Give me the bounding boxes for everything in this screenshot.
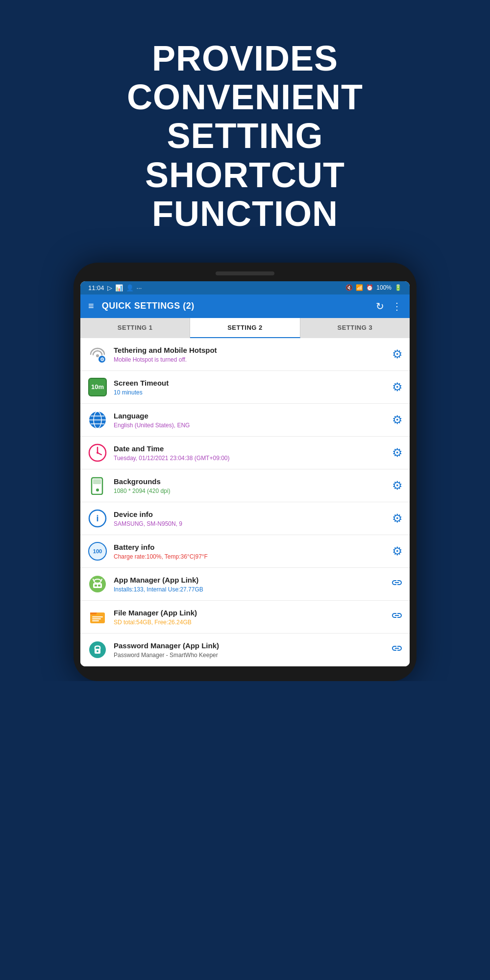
datetime-icon — [87, 442, 108, 463]
status-bar: 11:04 ▷ 📊 👤 ··· 🔇 📶 ⏰ 100% 🔋 — [80, 281, 410, 294]
app-manager-subtitle: Installs:133, Internal Use:27.77GB — [114, 586, 385, 593]
status-dots: ··· — [137, 284, 142, 292]
tab-setting3[interactable]: SETTING 3 — [300, 318, 410, 338]
hero-section: PROVIDES CONVENIENT SETTING SHORTCUT FUN… — [0, 0, 490, 263]
svg-point-30 — [97, 650, 98, 652]
status-bar-left: 11:04 ▷ 📊 👤 ··· — [88, 284, 142, 292]
app-manager-icon — [87, 574, 108, 594]
status-icon-mute: 🔇 — [345, 284, 353, 291]
tab-setting2[interactable]: SETTING 2 — [190, 318, 300, 338]
phone-screen: 11:04 ▷ 📊 👤 ··· 🔇 📶 ⏰ 100% 🔋 ≡ QUICK SET… — [80, 281, 410, 666]
svg-text:⚙: ⚙ — [100, 357, 104, 362]
svg-rect-25 — [92, 616, 103, 617]
password-manager-title: Password Manager (App Link) — [114, 641, 385, 651]
tethering-icon: ⚙ — [87, 344, 108, 365]
screen-timeout-title: Screen Timeout — [114, 378, 386, 388]
language-icon — [87, 410, 108, 430]
backgrounds-content: Backgrounds 1080 * 2094 (420 dpi) — [114, 477, 386, 494]
password-manager-icon — [87, 639, 108, 660]
file-manager-link[interactable] — [391, 610, 403, 624]
datetime-subtitle: Tuesday, 01/12/2021 23:04:38 (GMT+09:00) — [114, 455, 386, 462]
refresh-button[interactable]: ↻ — [376, 300, 384, 312]
tethering-title: Tethering and Mobile Hotspot — [114, 345, 386, 355]
file-manager-subtitle: SD total:54GB, Free:26.24GB — [114, 619, 385, 626]
setting-item-language[interactable]: Language English (United States), ENG ⚙ — [80, 404, 410, 437]
svg-rect-21 — [93, 583, 102, 588]
screen-timeout-gear[interactable]: ⚙ — [392, 380, 403, 394]
svg-point-0 — [96, 354, 99, 357]
screen-timeout-subtitle: 10 minutes — [114, 389, 386, 396]
device-info-icon: i — [87, 508, 108, 529]
more-button[interactable]: ⋮ — [392, 300, 402, 312]
settings-list: ⚙ Tethering and Mobile Hotspot Mobile Ho… — [80, 338, 410, 666]
bottom-bg — [0, 681, 490, 779]
status-icon-battery: 🔋 — [394, 284, 402, 291]
tethering-subtitle: Mobile Hotspot is turned off. — [114, 356, 386, 363]
hero-text: PROVIDES CONVENIENT SETTING SHORTCUT FUN… — [29, 20, 461, 248]
svg-rect-26 — [92, 618, 101, 619]
battery-info-subtitle: Charge rate:100%, Temp:36°C|97°F — [114, 553, 386, 560]
battery-info-gear[interactable]: ⚙ — [392, 544, 403, 558]
battery-info-icon: 100 — [87, 541, 108, 562]
tethering-content: Tethering and Mobile Hotspot Mobile Hots… — [114, 345, 386, 363]
app-toolbar: ≡ QUICK SETTINGS (2) ↻ ⋮ — [80, 294, 410, 318]
svg-point-14 — [96, 489, 99, 491]
setting-item-screen-timeout[interactable]: 10m Screen Timeout 10 minutes ⚙ — [80, 371, 410, 404]
svg-point-11 — [97, 452, 98, 454]
screen-timeout-content: Screen Timeout 10 minutes — [114, 378, 386, 396]
hero-line3: SHORTCUT FUNCTION — [145, 155, 345, 233]
device-info-content: Device info SAMSUNG, SM-N950N, 9 — [114, 510, 386, 527]
device-info-subtitle: SAMSUNG, SM-N950N, 9 — [114, 520, 386, 527]
setting-item-backgrounds[interactable]: Backgrounds 1080 * 2094 (420 dpi) ⚙ — [80, 469, 410, 502]
file-manager-title: File Manager (App Link) — [114, 608, 385, 618]
language-content: Language English (United States), ENG — [114, 411, 386, 429]
backgrounds-icon — [87, 475, 108, 496]
device-info-title: Device info — [114, 510, 386, 519]
status-battery-text: 100% — [376, 284, 392, 291]
setting-item-file-manager[interactable]: File Manager (App Link) SD total:54GB, F… — [80, 601, 410, 634]
svg-rect-23 — [98, 585, 100, 587]
status-icon-person: 👤 — [126, 284, 134, 292]
backgrounds-title: Backgrounds — [114, 477, 386, 487]
language-subtitle: English (United States), ENG — [114, 422, 386, 429]
setting-item-datetime[interactable]: Date and Time Tuesday, 01/12/2021 23:04:… — [80, 437, 410, 469]
datetime-content: Date and Time Tuesday, 01/12/2021 23:04:… — [114, 444, 386, 462]
screen-timeout-icon: 10m — [87, 377, 108, 397]
language-gear[interactable]: ⚙ — [392, 413, 403, 427]
tabs-bar: SETTING 1 SETTING 2 SETTING 3 — [80, 318, 410, 338]
battery-info-content: Battery info Charge rate:100%, Temp:36°C… — [114, 542, 386, 560]
password-manager-content: Password Manager (App Link) Password Man… — [114, 641, 385, 659]
phone-notch — [216, 271, 274, 275]
app-manager-content: App Manager (App Link) Installs:133, Int… — [114, 575, 385, 593]
backgrounds-gear[interactable]: ⚙ — [392, 479, 403, 492]
svg-rect-27 — [92, 620, 99, 621]
file-manager-content: File Manager (App Link) SD total:54GB, F… — [114, 608, 385, 626]
svg-rect-13 — [93, 479, 101, 484]
battery-info-title: Battery info — [114, 542, 386, 552]
status-bar-right: 🔇 📶 ⏰ 100% 🔋 — [345, 284, 402, 291]
setting-item-battery-info[interactable]: 100 Battery info Charge rate:100%, Temp:… — [80, 535, 410, 568]
password-manager-subtitle: Password Manager - SmartWho Keeper — [114, 652, 385, 659]
setting-item-device-info[interactable]: i Device info SAMSUNG, SM-N950N, 9 ⚙ — [80, 502, 410, 535]
device-info-gear[interactable]: ⚙ — [392, 512, 403, 525]
datetime-title: Date and Time — [114, 444, 386, 454]
tab-setting1[interactable]: SETTING 1 — [80, 318, 190, 338]
status-icon-wifi: 📶 — [356, 284, 363, 291]
status-icon-play: ▷ — [107, 284, 112, 292]
hero-line2: CONVENIENT SETTING — [127, 77, 363, 155]
setting-item-tethering[interactable]: ⚙ Tethering and Mobile Hotspot Mobile Ho… — [80, 338, 410, 371]
datetime-gear[interactable]: ⚙ — [392, 446, 403, 460]
setting-item-password-manager[interactable]: Password Manager (App Link) Password Man… — [80, 634, 410, 666]
backgrounds-subtitle: 1080 * 2094 (420 dpi) — [114, 488, 386, 494]
tethering-gear[interactable]: ⚙ — [392, 347, 403, 361]
menu-button[interactable]: ≡ — [88, 300, 94, 312]
setting-item-app-manager[interactable]: App Manager (App Link) Installs:133, Int… — [80, 568, 410, 601]
app-manager-title: App Manager (App Link) — [114, 575, 385, 585]
svg-text:i: i — [96, 514, 98, 523]
app-manager-link[interactable] — [391, 577, 403, 591]
status-icon-alarm: ⏰ — [366, 284, 373, 291]
language-title: Language — [114, 411, 386, 421]
password-manager-link[interactable] — [391, 642, 403, 657]
status-time: 11:04 — [88, 284, 104, 292]
phone-frame: 11:04 ▷ 📊 👤 ··· 🔇 📶 ⏰ 100% 🔋 ≡ QUICK SET… — [74, 263, 416, 681]
